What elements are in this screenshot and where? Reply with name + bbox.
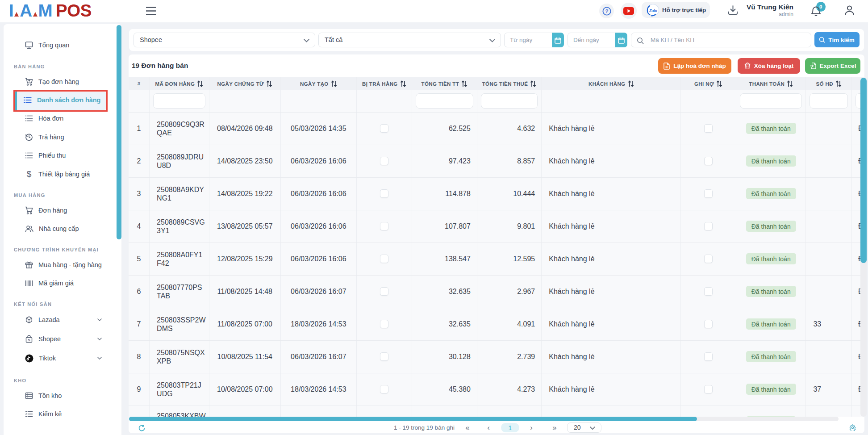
- svg-text:?: ?: [605, 8, 608, 14]
- svg-text:Zalo: Zalo: [649, 8, 657, 13]
- svg-text:S: S: [28, 338, 30, 342]
